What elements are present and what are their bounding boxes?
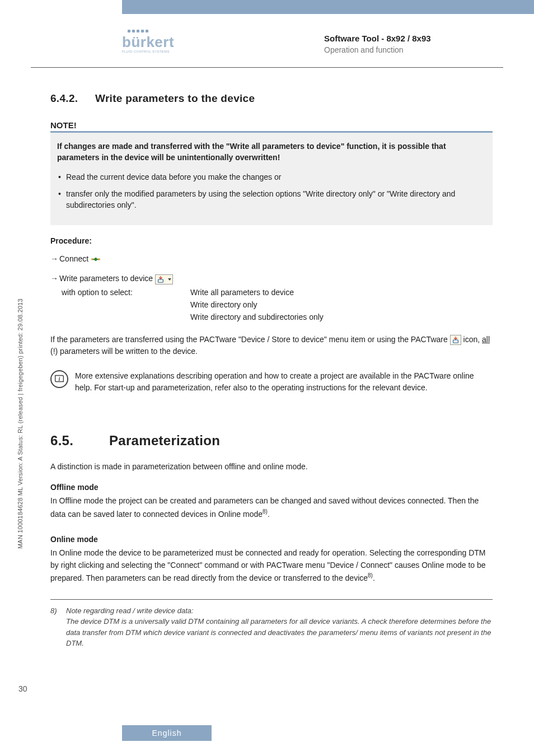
- after-para-post: (!) parameters will be written to the de…: [50, 347, 198, 356]
- section-65-heading: 6.5.Parameterization: [50, 433, 493, 449]
- step2-text: Write parameters to device: [59, 274, 153, 283]
- svg-point-0: [91, 258, 93, 260]
- svg-rect-2: [158, 279, 163, 282]
- note-bullet-2: transfer only the modified parameters by…: [57, 188, 486, 211]
- arrow-icon: →: [50, 273, 59, 284]
- brand-logo: bürkert FLUID CONTROL SYSTEMS: [122, 30, 189, 53]
- write-to-device-icon: [155, 274, 173, 284]
- note-lead: If changes are made and transferred with…: [57, 141, 486, 164]
- footnote-rule: [50, 599, 493, 600]
- svg-rect-3: [453, 340, 458, 343]
- main-content: 6.4.2.Write parameters to the device NOT…: [50, 92, 493, 649]
- step2-sublabel: with option to select:: [50, 287, 190, 299]
- tab-band-left: [122, 0, 338, 14]
- after-para-pre: If the parameters are transferred using …: [50, 335, 450, 344]
- procedure-step-2-options: with option to select:Write all paramete…: [50, 287, 493, 323]
- after-para-all: all: [482, 335, 490, 344]
- online-sup: 8): [368, 572, 373, 578]
- info-text: More extensive explanations describing o…: [75, 370, 493, 394]
- document-title: Software Tool - 8x92 / 8x93: [324, 34, 503, 43]
- section-642-heading: 6.4.2.Write parameters to the device: [50, 92, 493, 105]
- after-para-mid1: icon,: [461, 335, 482, 344]
- online-mode-heading: Online mode: [50, 535, 493, 544]
- section-642-title: Write parameters to the device: [95, 92, 255, 104]
- svg-point-1: [99, 258, 101, 260]
- after-procedure-paragraph: If the parameters are transferred using …: [50, 334, 493, 358]
- svg-text:i: i: [59, 376, 60, 382]
- note-label: NOTE!: [50, 120, 493, 130]
- procedure-step-1: →Connect: [50, 253, 493, 265]
- section-65-number: 6.5.: [50, 433, 109, 449]
- document-subtitle: Operation and function: [324, 45, 503, 54]
- online-p-pre: In Online mode the device to be paramete…: [50, 548, 486, 582]
- header-rule: [31, 67, 503, 68]
- document-title-block: Software Tool - 8x92 / 8x93 Operation an…: [324, 34, 503, 54]
- footnote-8: 8) Note regarding read / write device da…: [50, 605, 493, 649]
- pactware-write-icon: [450, 335, 461, 345]
- footnote-line1: Note regarding read / write device data:: [66, 605, 493, 617]
- note-box: If changes are made and transferred with…: [50, 131, 493, 225]
- note-lead-pre: If changes are made and transferred with…: [57, 142, 230, 151]
- offline-p-post: .: [268, 509, 270, 518]
- logo-text: bürkert: [122, 34, 189, 51]
- step2-opt3: Write directory and subdirectories only: [190, 311, 324, 324]
- arrow-icon: →: [50, 253, 59, 265]
- step2-opt1: Write all parameters to device: [190, 287, 294, 299]
- note-bullet-1: Read the current device data before you …: [57, 171, 486, 183]
- page-number: 30: [18, 684, 27, 693]
- procedure-label: Procedure:: [50, 236, 493, 245]
- side-metadata-text: MAN 1000184628 ML Version: A Status: RL …: [17, 298, 24, 549]
- info-note: i More extensive explanations describing…: [50, 370, 493, 394]
- section-642-number: 6.4.2.: [50, 92, 95, 105]
- footnote-line2: The device DTM is a universally valid DT…: [66, 616, 493, 649]
- section-65-intro: A distinction is made in parameterizatio…: [50, 461, 493, 473]
- offline-p-pre: In Offline mode the project can be creat…: [50, 496, 479, 518]
- footnote-number: 8): [50, 605, 60, 649]
- info-icon: i: [50, 370, 69, 389]
- top-tabs: [0, 0, 534, 14]
- offline-sup: 8): [263, 508, 268, 515]
- step2-opt2: Write directory only: [190, 299, 257, 311]
- step1-text: Connect: [59, 254, 88, 263]
- online-mode-paragraph: In Online mode the device to be paramete…: [50, 547, 493, 585]
- offline-mode-paragraph: In Offline mode the project can be creat…: [50, 495, 493, 520]
- online-p-post: .: [373, 573, 375, 582]
- tab-band-right: [338, 0, 534, 14]
- connect-icon: [91, 255, 102, 265]
- procedure-step-2: →Write parameters to device: [50, 273, 493, 284]
- footer-language-band: English: [122, 725, 212, 741]
- offline-mode-heading: Offline mode: [50, 483, 493, 492]
- note-lead-bold: Write all parameters to device: [230, 142, 341, 151]
- page-header: bürkert FLUID CONTROL SYSTEMS Software T…: [0, 14, 534, 67]
- dropdown-caret-icon: [168, 278, 171, 281]
- logo-dots: [122, 30, 189, 32]
- footnote-body: Note regarding read / write device data:…: [66, 605, 493, 649]
- logo-subtext: FLUID CONTROL SYSTEMS: [122, 50, 189, 53]
- section-65-title: Parameterization: [109, 433, 220, 448]
